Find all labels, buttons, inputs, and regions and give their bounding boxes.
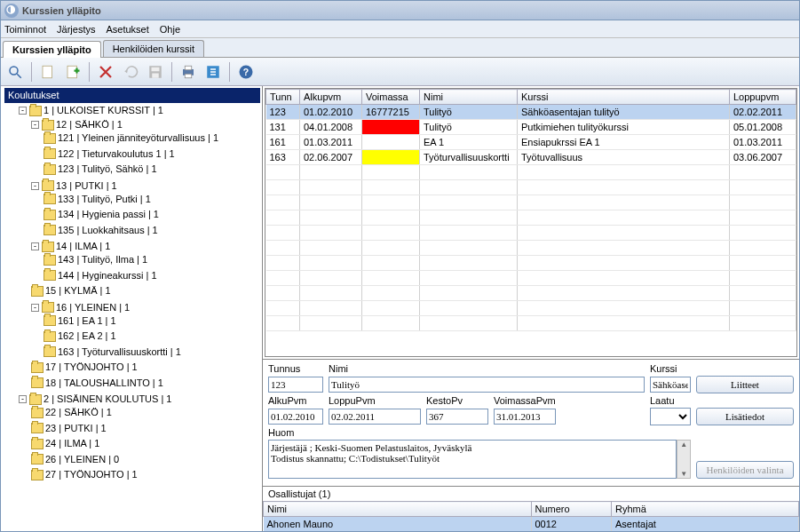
tree-item[interactable]: 143 | Tulityö, Ilma | 1 xyxy=(42,253,149,266)
grid-col-kurssi[interactable]: Kurssi xyxy=(518,90,730,105)
tree-item[interactable]: -1 | ULKOISET KURSSIT | 1 xyxy=(17,104,165,117)
tree-item[interactable]: 17 | TYÖNJOHTO | 1 xyxy=(29,361,139,374)
tree-item-label: 16 | YLEINEN | 1 xyxy=(56,301,130,314)
tree-item[interactable]: 135 | Luokkahitsaus | 1 xyxy=(42,224,160,237)
tree-item[interactable]: 163 | Työturvallisuuskortti | 1 xyxy=(42,345,183,359)
tree-item[interactable]: 27 | TYÖNJOHTO | 1 xyxy=(29,468,139,481)
undo-icon[interactable] xyxy=(120,61,141,83)
tree-item[interactable]: 123 | Tulityö, Sähkö | 1 xyxy=(42,163,159,176)
folder-icon xyxy=(31,454,44,465)
table-row[interactable] xyxy=(266,316,796,331)
tree-item[interactable]: 134 | Hygienia passi | 1 xyxy=(42,208,161,221)
participant-row[interactable]: Ahonen Mauno 0012 Asentajat xyxy=(264,517,799,532)
search-icon[interactable] xyxy=(4,61,26,83)
folder-icon xyxy=(31,362,44,373)
svg-rect-9 xyxy=(185,74,192,78)
expander-icon[interactable]: - xyxy=(19,395,27,403)
folder-icon xyxy=(44,255,56,266)
tree-item[interactable]: 26 | YLEINEN | 0 xyxy=(29,453,121,466)
course-grid[interactable]: TunnAlkupvmVoimassaNimiKurssiLoppupvm 12… xyxy=(265,88,797,357)
table-row[interactable] xyxy=(266,301,796,316)
tree-item[interactable]: 24 | ILMA | 1 xyxy=(29,437,101,450)
tree-item[interactable]: -2 | SISÄINEN KOULUTUS | 1 xyxy=(17,393,173,406)
tab-kurssien-yllapito[interactable]: Kurssien ylläpito xyxy=(3,41,101,58)
select-laatu[interactable] xyxy=(650,408,691,425)
tab-henkiloiden-kurssit[interactable]: Henkilöiden kurssit xyxy=(103,40,204,57)
lisatiedot-button[interactable]: Lisätiedot xyxy=(696,408,794,425)
folder-icon xyxy=(44,164,56,175)
input-nimi[interactable] xyxy=(329,377,645,393)
table-row[interactable]: 16302.06.2007TyöturvallisuuskorttiTyötuv… xyxy=(266,150,796,165)
print-icon[interactable] xyxy=(178,61,199,83)
henkiloiden-valinta-button[interactable]: Henkilöiden valinta xyxy=(696,461,794,479)
add-icon[interactable] xyxy=(62,61,83,83)
input-alku[interactable] xyxy=(268,409,323,425)
tree-item[interactable]: 22 | SÄHKÖ | 1 xyxy=(29,406,114,419)
part-col-numero[interactable]: Numero xyxy=(531,502,611,517)
table-row[interactable] xyxy=(266,256,796,271)
tree-item[interactable]: 133 | Tulityö, Putki | 1 xyxy=(42,193,153,206)
textarea-scrollbar[interactable]: ▲▼ xyxy=(677,440,691,479)
tree-root[interactable]: Koulutukset xyxy=(4,88,260,103)
table-row[interactable] xyxy=(266,226,796,241)
tree-item[interactable]: -14 | ILMA | 1 xyxy=(29,240,112,253)
liitteet-button[interactable]: Liitteet xyxy=(696,376,794,393)
input-kurssi[interactable] xyxy=(650,377,691,393)
tree-item[interactable]: -16 | YLEINEN | 1 xyxy=(29,301,131,314)
tree-item-label: 122 | Tieturvakoulutus 1 | 1 xyxy=(58,147,175,161)
menu-jarjestys[interactable]: Järjestys xyxy=(57,24,95,35)
tree-item[interactable]: -13 | PUTKI | 1 xyxy=(29,179,119,193)
expander-icon[interactable]: - xyxy=(31,304,39,312)
tree-item[interactable]: 18 | TALOUSHALLINTO | 1 xyxy=(29,377,165,390)
tree-item[interactable]: 121 | Yleinen jänniteyöturvallisuus | 1 xyxy=(42,131,220,145)
participants-panel: Osallistujat (1) Nimi Numero Ryhmä Ahone… xyxy=(263,486,799,531)
table-row[interactable] xyxy=(266,271,796,286)
tree-item[interactable]: 161 | EA 1 | 1 xyxy=(42,314,118,328)
label-huom: Huom xyxy=(268,427,691,438)
input-voimassa[interactable] xyxy=(494,409,556,425)
expander-icon[interactable]: - xyxy=(31,242,39,250)
grid-col-voimassa[interactable]: Voimassa xyxy=(362,90,420,105)
table-row[interactable] xyxy=(266,180,796,195)
grid-col-alkupvm[interactable]: Alkupvm xyxy=(300,90,362,105)
menu-asetukset[interactable]: Asetukset xyxy=(106,24,148,35)
tree-view[interactable]: Koulutukset -1 | ULKOISET KURSSIT | 1-12… xyxy=(1,86,263,531)
tree-item[interactable]: 144 | Hygineakurssi | 1 xyxy=(42,269,159,282)
folder-icon xyxy=(44,270,56,281)
menu-ohje[interactable]: Ohje xyxy=(160,24,180,35)
grid-col-nimi[interactable]: Nimi xyxy=(420,90,518,105)
table-row[interactable] xyxy=(266,210,796,226)
grid-col-loppupvm[interactable]: Loppupvm xyxy=(730,90,796,105)
table-row[interactable]: 12301.02.201016777215TulityöSähköasentaj… xyxy=(266,105,796,120)
expander-icon[interactable]: - xyxy=(19,107,27,115)
expander-icon[interactable]: - xyxy=(31,182,39,190)
save-icon[interactable] xyxy=(145,61,166,83)
menu-toiminnot[interactable]: Toiminnot xyxy=(4,24,46,35)
table-row[interactable]: 16101.03.2011EA 1Ensiapukrssi EA 101.03.… xyxy=(266,135,796,150)
tree-item-label: 134 | Hygienia passi | 1 xyxy=(58,208,159,221)
help-icon[interactable]: ? xyxy=(235,61,257,83)
folder-icon xyxy=(31,470,44,480)
new-icon[interactable] xyxy=(37,61,59,83)
input-kesto[interactable] xyxy=(426,409,488,425)
folder-icon xyxy=(44,315,56,326)
expander-icon[interactable]: - xyxy=(31,121,39,129)
export-icon[interactable] xyxy=(202,61,224,83)
table-row[interactable]: 13104.01.2008TulityöPutkimiehen tulityök… xyxy=(266,120,796,135)
part-col-nimi[interactable]: Nimi xyxy=(264,502,532,517)
table-row[interactable] xyxy=(266,286,796,301)
tree-item[interactable]: 162 | EA 2 | 1 xyxy=(42,330,118,343)
textarea-huom[interactable] xyxy=(268,440,677,479)
input-loppu[interactable] xyxy=(329,409,421,425)
part-col-ryhma[interactable]: Ryhmä xyxy=(611,502,798,517)
input-tunnus[interactable] xyxy=(268,377,323,393)
table-row[interactable] xyxy=(266,165,796,180)
grid-col-tunn[interactable]: Tunn xyxy=(266,90,300,105)
tree-item[interactable]: 122 | Tieturvakoulutus 1 | 1 xyxy=(42,147,177,161)
delete-icon[interactable] xyxy=(95,61,116,83)
tree-item[interactable]: 23 | PUTKI | 1 xyxy=(29,422,108,435)
tree-item[interactable]: 15 | KYLMÄ | 1 xyxy=(29,284,113,298)
tree-item[interactable]: -12 | SÄHKÖ | 1 xyxy=(29,118,124,131)
table-row[interactable] xyxy=(266,195,796,210)
table-row[interactable] xyxy=(266,241,796,256)
